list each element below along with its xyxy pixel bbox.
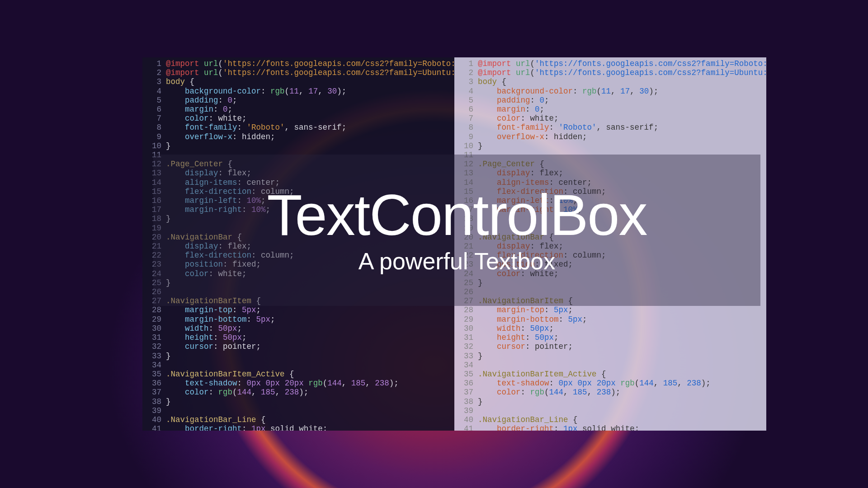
app-subtitle: A powerful Textbox [359, 248, 556, 275]
title-overlay: TextControlBox A powerful Textbox [153, 155, 760, 306]
app-title: TextControlBox [267, 186, 647, 244]
